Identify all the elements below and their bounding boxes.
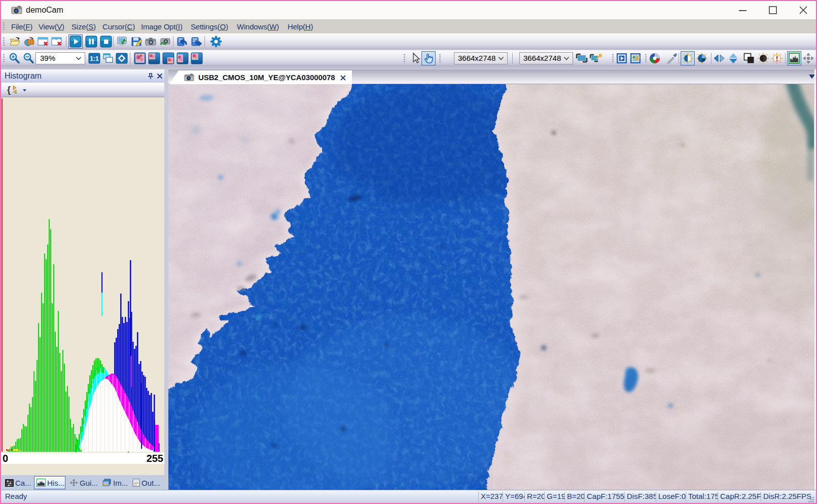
svg-text:255: 255 xyxy=(147,453,163,464)
svg-text:1:1: 1:1 xyxy=(90,55,99,62)
svg-text:{: { xyxy=(7,85,11,95)
svg-text:0: 0 xyxy=(3,453,8,464)
